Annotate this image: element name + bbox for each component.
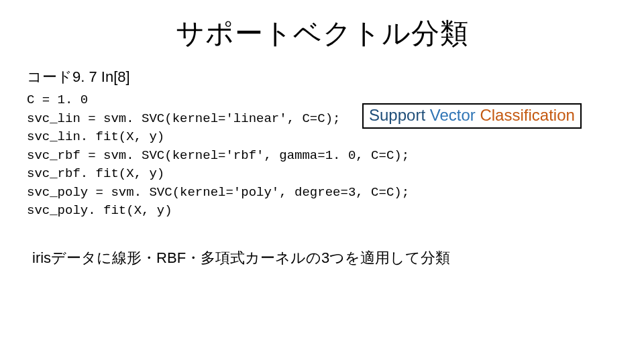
body-text: irisデータに線形・RBF・多項式カーネルの3つを適用して分類: [32, 248, 450, 268]
callout-word-support: Support: [369, 106, 425, 124]
callout-box: Support Vector Classification: [362, 103, 582, 129]
slide: サポートベクトル分類 コード9. 7 In[8] C = 1. 0 svc_li…: [0, 0, 644, 362]
code-label: コード9. 7 In[8]: [27, 67, 130, 87]
callout-word-classification: Classification: [480, 106, 574, 124]
callout-word-vector: Vector: [430, 106, 476, 124]
slide-title: サポートベクトル分類: [0, 15, 644, 52]
